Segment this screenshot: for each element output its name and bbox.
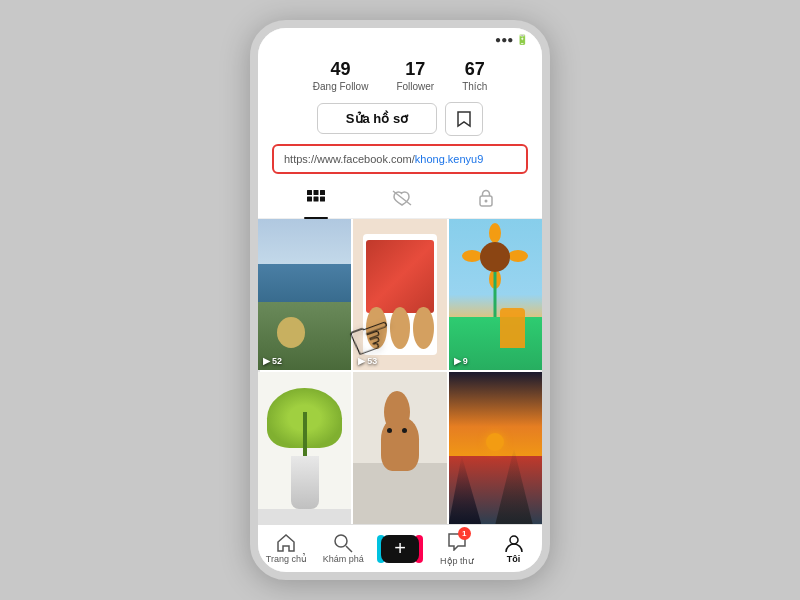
stat-followers[interactable]: 17 Follower bbox=[396, 60, 434, 92]
url-text: https://www.facebook.com/khong.kenyu9 bbox=[284, 153, 483, 165]
bookmark-button[interactable] bbox=[445, 102, 483, 136]
likes-label: Thích bbox=[462, 81, 487, 92]
video-cell-sunflower[interactable]: ▶9 bbox=[449, 219, 542, 371]
nav-explore[interactable]: Khám phá bbox=[321, 533, 365, 564]
svg-line-10 bbox=[346, 546, 352, 552]
edit-profile-button[interactable]: Sửa hồ sơ bbox=[317, 103, 437, 134]
video-cell-food[interactable]: ▶53 bbox=[353, 219, 446, 371]
phone-frame: ●●● 🔋 49 Đang Follow 17 Follower 67 Thíc… bbox=[250, 20, 550, 580]
video-count-sunflower: ▶9 bbox=[454, 356, 468, 366]
lock-icon bbox=[478, 188, 494, 208]
svg-rect-2 bbox=[320, 190, 325, 195]
video-grid-section: ▶52 ▶53 bbox=[258, 219, 542, 524]
video-cell-flowers[interactable] bbox=[258, 372, 351, 524]
following-count: 49 bbox=[331, 60, 351, 80]
svg-point-8 bbox=[484, 199, 487, 202]
battery-icon: ●●● 🔋 bbox=[495, 34, 528, 45]
nav-home-label: Trang chủ bbox=[266, 554, 307, 564]
message-badge: 1 bbox=[458, 527, 471, 540]
svg-point-9 bbox=[335, 535, 347, 547]
video-count-coast: ▶52 bbox=[263, 356, 282, 366]
bottom-nav: Trang chủ Khám phá + 1 Hộp thư bbox=[258, 524, 542, 572]
likes-count: 67 bbox=[465, 60, 485, 80]
nav-messages[interactable]: 1 Hộp thư bbox=[435, 531, 479, 566]
stats-row: 49 Đang Follow 17 Follower 67 Thích bbox=[258, 54, 542, 96]
tab-lock[interactable] bbox=[470, 184, 502, 216]
video-count-food: ▶53 bbox=[358, 356, 377, 366]
video-cell-cat[interactable] bbox=[353, 372, 446, 524]
status-bar: ●●● 🔋 bbox=[258, 28, 542, 50]
plus-button[interactable]: + bbox=[381, 535, 419, 563]
url-username: khong.kenyu9 bbox=[415, 153, 484, 165]
profile-icon bbox=[504, 533, 524, 553]
video-grid: ▶52 ▶53 bbox=[258, 219, 542, 524]
url-bar[interactable]: https://www.facebook.com/khong.kenyu9 bbox=[272, 144, 528, 174]
nav-plus[interactable]: + bbox=[378, 535, 422, 563]
svg-rect-5 bbox=[320, 196, 325, 201]
nav-home[interactable]: Trang chủ bbox=[264, 533, 308, 564]
nav-profile-label: Tôi bbox=[507, 554, 521, 564]
svg-rect-0 bbox=[307, 190, 312, 195]
stat-likes[interactable]: 67 Thích bbox=[462, 60, 487, 92]
tab-liked[interactable] bbox=[383, 185, 421, 215]
heart-slash-icon bbox=[391, 189, 413, 207]
followers-label: Follower bbox=[396, 81, 434, 92]
search-icon bbox=[333, 533, 353, 553]
home-icon bbox=[276, 533, 296, 553]
following-label: Đang Follow bbox=[313, 81, 369, 92]
followers-count: 17 bbox=[405, 60, 425, 80]
tabs-row bbox=[258, 180, 542, 219]
buttons-row: Sửa hồ sơ bbox=[258, 96, 542, 142]
video-cell-sunset[interactable] bbox=[449, 372, 542, 524]
stat-following[interactable]: 49 Đang Follow bbox=[313, 60, 369, 92]
video-cell-coast[interactable]: ▶52 bbox=[258, 219, 351, 371]
svg-rect-4 bbox=[314, 196, 319, 201]
svg-rect-1 bbox=[314, 190, 319, 195]
bookmark-icon bbox=[456, 110, 472, 128]
nav-profile[interactable]: Tôi bbox=[492, 533, 536, 564]
grid-icon bbox=[306, 189, 326, 207]
profile-section: 49 Đang Follow 17 Follower 67 Thích Sửa … bbox=[258, 50, 542, 219]
svg-point-11 bbox=[510, 536, 518, 544]
nav-messages-label: Hộp thư bbox=[440, 556, 474, 566]
nav-explore-label: Khám phá bbox=[323, 554, 364, 564]
tab-grid[interactable] bbox=[298, 185, 334, 215]
svg-rect-3 bbox=[307, 196, 312, 201]
